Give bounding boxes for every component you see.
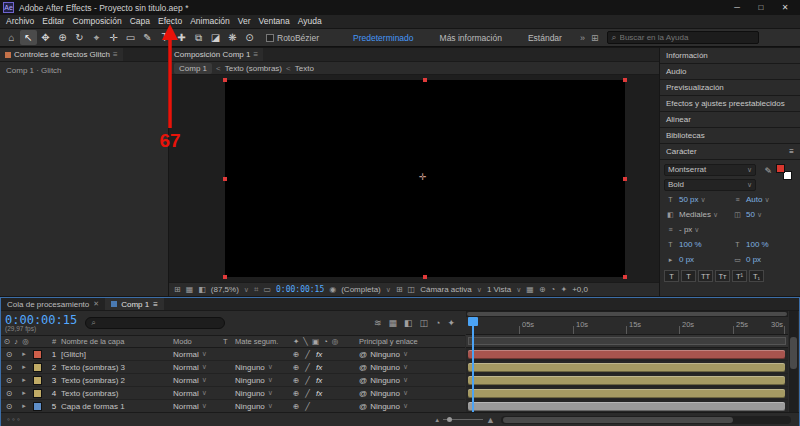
view-layout-select[interactable]: 1 Vista <box>487 285 511 294</box>
layer-name[interactable]: [Glitch] <box>61 350 173 359</box>
pick-whip-icon[interactable]: @ <box>359 402 367 411</box>
timeline-zoom-control[interactable]: ▲ ▲ <box>434 415 495 425</box>
layer-switches[interactable]: ⊕ ╱ fx <box>293 350 359 359</box>
panel-alinear[interactable]: Alinear <box>660 112 800 128</box>
draft-3d-icon[interactable]: ▦ <box>388 318 397 328</box>
font-style-select[interactable]: Bold ∨ <box>664 179 756 191</box>
transform-handle[interactable] <box>223 177 227 181</box>
eraser-tool-icon[interactable]: ◪ <box>207 30 224 45</box>
layer-row[interactable]: ⊙ ▸ 2 Texto (sombras) 3 Normal∨ Ninguno∨… <box>1 361 465 374</box>
panel-efectos-ajustes[interactable]: Efectos y ajustes preestablecidos <box>660 96 800 112</box>
layer-name[interactable]: Texto (sombras) 2 <box>61 376 173 385</box>
layer-row[interactable]: ⊙ ▸ 3 Texto (sombras) 2 Normal∨ Ninguno∨… <box>1 374 465 387</box>
breadcrumb-precomp[interactable]: Texto (sombras) <box>225 64 282 73</box>
close-button[interactable]: ✕ <box>773 0 797 15</box>
time-navigator-thumb[interactable] <box>467 312 787 316</box>
menu-capa[interactable]: Capa <box>126 15 154 28</box>
comp-timeline-tab[interactable]: Comp 1 ≡ <box>105 298 164 310</box>
workspace-estandar[interactable]: Estándar <box>528 33 562 43</box>
label-color-swatch[interactable] <box>33 350 42 359</box>
scrollbar-thumb[interactable] <box>503 417 733 423</box>
scrollbar-thumb[interactable] <box>790 337 797 369</box>
blend-mode-select[interactable]: Normal∨ <box>173 402 223 411</box>
panel-menu-icon[interactable]: ≡ <box>789 147 794 156</box>
layer-switches[interactable]: ⊕ ╱ <box>293 402 359 411</box>
menu-ayuda[interactable]: Ayuda <box>294 15 326 28</box>
track-row[interactable] <box>466 387 788 400</box>
pan-behind-tool-icon[interactable]: ✛ <box>105 30 122 45</box>
menu-efecto[interactable]: Efecto <box>154 15 186 28</box>
layer-duration-bar[interactable] <box>468 402 785 411</box>
parent-link-select[interactable]: @Ninguno∨ <box>359 402 465 411</box>
blend-mode-select[interactable]: Normal∨ <box>173 389 223 398</box>
panel-audio[interactable]: Audio <box>660 64 800 80</box>
panel-menu-icon[interactable]: ≡ <box>113 50 118 59</box>
layer-duration-bar[interactable] <box>468 363 785 372</box>
fx-badge-icon[interactable]: fx <box>316 389 322 398</box>
horizontal-scale-value[interactable]: 100 % <box>746 240 769 249</box>
brush-tool-icon[interactable]: ✚ <box>173 30 190 45</box>
type-tool-icon[interactable]: T <box>156 30 173 45</box>
playhead[interactable] <box>472 317 474 412</box>
zoom-level[interactable]: (87,5%) <box>211 285 239 294</box>
composition-mini-flowchart-icon[interactable]: ≋ <box>374 318 382 328</box>
hide-shy-layers-icon[interactable]: ◧ <box>404 318 413 328</box>
transform-handle[interactable] <box>423 78 427 82</box>
zoom-in-mountain-icon[interactable]: ▲ <box>486 415 495 425</box>
track-matte-select[interactable]: Ninguno∨ <box>235 376 293 385</box>
timeline-track-area[interactable]: 05s 10s 15s 20s 25s 30s <box>466 311 788 412</box>
clone-stamp-tool-icon[interactable]: ⧉ <box>190 30 207 45</box>
layer-name[interactable]: Texto (sombras) <box>61 389 173 398</box>
track-matte-select[interactable]: Ninguno∨ <box>235 402 293 411</box>
timeline-toggle-buttons[interactable]: ◦ ◦ ◦ <box>1 415 20 424</box>
fx-badge-icon[interactable]: fx <box>316 363 322 372</box>
resolution-select[interactable]: (Completa) <box>341 285 381 294</box>
layer-row[interactable]: ⊙ ▸ 1 [Glitch] Normal∨ ⊕ ╱ fx @Ninguno∨ <box>1 348 465 361</box>
minimize-button[interactable]: ─ <box>725 0 749 15</box>
pixel-aspect-icon[interactable]: ▦ <box>526 285 534 294</box>
mask-visibility-icon[interactable]: ◧ <box>198 285 206 294</box>
exposure-icon[interactable]: ✦ <box>560 285 567 294</box>
motion-blur-icon[interactable]: ◔ <box>435 318 440 328</box>
puppet-tool-icon[interactable]: ⊙ <box>241 30 258 45</box>
label-color-swatch[interactable] <box>33 402 42 411</box>
panel-bibliotecas[interactable]: Bibliotecas <box>660 128 800 144</box>
transform-handle[interactable] <box>623 78 627 82</box>
layer-duration-bar[interactable] <box>468 376 785 385</box>
pick-whip-icon[interactable]: @ <box>359 350 367 359</box>
menu-archivo[interactable]: Archivo <box>2 15 38 28</box>
fx-badge-icon[interactable]: fx <box>316 376 322 385</box>
layer-switches[interactable]: ⊕ ╱ fx <box>293 389 359 398</box>
layer-duration-bar[interactable] <box>468 350 785 359</box>
eye-icon[interactable]: ⊙ <box>1 363 17 372</box>
render-queue-tab[interactable]: Cola de procesamiento ✕ <box>1 298 105 310</box>
timeline-search-box[interactable]: ⌕ <box>85 317 225 329</box>
label-color-swatch[interactable] <box>33 389 42 398</box>
magnification-icon[interactable]: ⊞ <box>174 285 181 294</box>
column-mode[interactable]: Modo <box>173 337 223 346</box>
eye-icon[interactable]: ⊙ <box>1 350 17 359</box>
parent-link-select[interactable]: @Ninguno∨ <box>359 350 465 359</box>
track-row[interactable] <box>466 374 788 387</box>
menu-editar[interactable]: Editar <box>38 15 68 28</box>
font-size-value[interactable]: 50 px <box>679 195 699 204</box>
frame-blending-icon[interactable]: ◫ <box>420 318 429 328</box>
vertical-scale-value[interactable]: 100 % <box>679 240 702 249</box>
zoom-slider-knob[interactable] <box>447 417 452 422</box>
subscript-button[interactable]: T₁ <box>749 270 764 282</box>
layer-name[interactable]: Texto (sombras) 3 <box>61 363 173 372</box>
fx-badge-icon[interactable]: fx <box>316 350 322 359</box>
transform-handle[interactable] <box>623 275 627 279</box>
fast-previews-icon[interactable]: ⊞ <box>396 285 403 294</box>
layer-row[interactable]: ⊙ ▸ 4 Texto (sombras) Normal∨ Ninguno∨ ⊕… <box>1 387 465 400</box>
small-caps-button[interactable]: Tт <box>715 270 730 282</box>
layer-duration-bar[interactable] <box>468 389 785 398</box>
panel-caracter[interactable]: Carácter ≡ <box>660 144 800 160</box>
breadcrumb-layer[interactable]: Texto <box>295 64 314 73</box>
panel-menu-icon[interactable]: ≡ <box>153 300 158 309</box>
transform-handle[interactable] <box>623 177 627 181</box>
font-family-select[interactable]: Montserrat ∨ <box>664 164 756 176</box>
label-color-swatch[interactable] <box>33 363 42 372</box>
label-color-swatch[interactable] <box>33 376 42 385</box>
tsume-value[interactable]: 0 px <box>746 255 761 264</box>
